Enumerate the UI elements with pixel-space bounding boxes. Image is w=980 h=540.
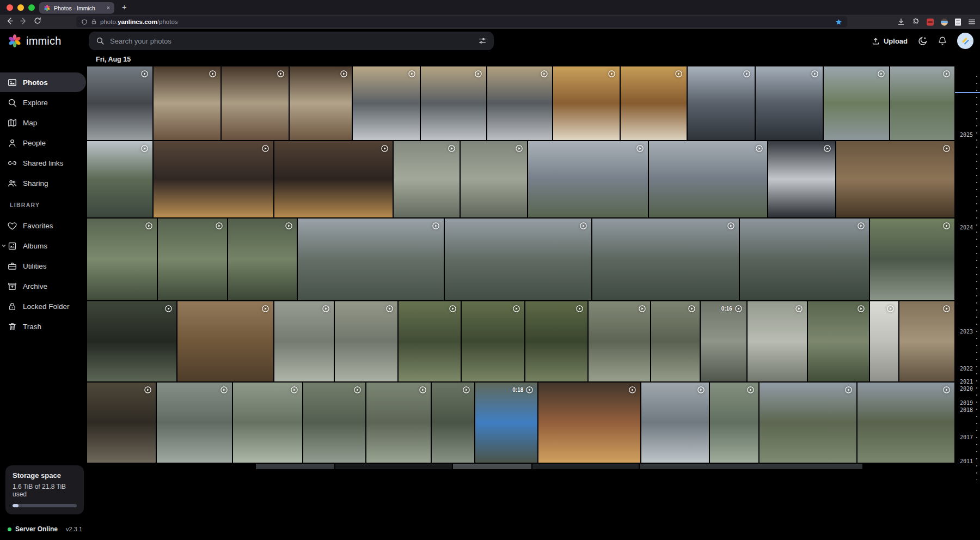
photo-tile[interactable] [487,66,552,140]
photo-tile[interactable] [87,464,255,469]
photo-tile[interactable] [621,66,687,140]
proxy-extension-icon[interactable] [941,19,948,26]
photo-tile[interactable] [651,301,700,381]
immich-logo[interactable]: immich [8,29,62,53]
photo-tile[interactable] [335,301,397,381]
photo-tile[interactable] [366,383,431,463]
sidebar-item-albums[interactable]: Albums [0,236,86,256]
tab-close-icon[interactable]: × [107,5,110,11]
photo-tile[interactable] [836,141,954,217]
photo-tile[interactable] [768,141,835,217]
photo-tile[interactable] [298,219,444,300]
ublock-origin-icon[interactable] [927,19,934,26]
photo-tile[interactable] [87,383,156,463]
photo-tile[interactable] [335,464,452,469]
photo-tile[interactable] [87,219,157,300]
sidebar-item-favorites[interactable]: Favorites [0,216,86,235]
photo-tile[interactable] [640,464,862,469]
sidebar-item-utilities[interactable]: Utilities [0,256,86,276]
date-group-header[interactable]: Fri, Aug 15 [96,56,980,64]
photo-tile[interactable] [432,383,474,463]
photo-tile[interactable] [824,66,889,140]
timeline-year-label[interactable]: 2017 [960,434,973,440]
sidebar-item-photos[interactable]: Photos [0,72,86,92]
photo-tile[interactable] [553,66,620,140]
reader-sidebar-icon[interactable] [955,19,961,26]
lock-icon[interactable] [91,19,97,25]
photo-tile[interactable] [740,219,869,300]
photo-tile[interactable] [592,219,739,300]
photo-tile[interactable] [756,66,823,140]
photo-tile[interactable] [890,66,954,140]
bookmark-star-icon[interactable] [835,19,842,26]
timeline-year-label[interactable]: 2022 [960,366,973,372]
photo-tile[interactable] [589,301,650,381]
photo-tile[interactable] [857,383,954,463]
search-input[interactable] [110,37,473,45]
photo-tile[interactable] [87,141,152,217]
photo-tile[interactable] [394,141,459,217]
search-filter-icon[interactable] [478,37,487,45]
sidebar-item-trash[interactable]: Trash [0,317,86,336]
photo-tile[interactable] [649,141,767,217]
timeline-year-label[interactable]: 2011 [960,458,973,464]
photo-tile[interactable] [759,383,856,463]
photo-tile[interactable] [157,383,232,463]
sidebar-item-map[interactable]: Map [0,113,86,132]
photo-tile[interactable] [274,301,334,381]
search-bar[interactable] [89,32,494,50]
photo-tile[interactable] [461,141,528,217]
photo-tile[interactable] [532,464,639,469]
zoom-window-button[interactable] [28,4,35,11]
reload-icon[interactable] [34,17,41,25]
sidebar-item-sharing[interactable]: Sharing [0,173,86,193]
forward-icon[interactable] [20,17,28,25]
photo-tile[interactable] [899,301,954,381]
scrubber-position-indicator[interactable] [955,92,980,93]
photo-tile[interactable] [462,301,524,381]
timeline-year-label[interactable]: 2021 [960,379,973,385]
timeline-year-label[interactable]: 2023 [960,329,973,335]
photo-tile[interactable] [525,301,588,381]
timeline-year-label[interactable]: 2019 [960,400,973,406]
timeline-year-label[interactable]: 2020 [960,386,973,392]
sidebar-item-explore[interactable]: Explore [0,93,86,112]
photo-tile[interactable] [274,141,393,217]
close-window-button[interactable] [7,4,13,11]
url-bar[interactable]: photo.yanlincs.com/photos [76,16,847,27]
photo-tile[interactable] [222,66,289,140]
photo-tile[interactable] [421,66,486,140]
photo-tile[interactable]: 0:16 [701,301,746,381]
timeline-year-label[interactable]: 2024 [960,225,973,230]
photo-tile[interactable] [808,301,869,381]
sidebar-item-shared-links[interactable]: Shared links [0,153,86,173]
photo-tile[interactable] [158,219,226,300]
photo-tile[interactable] [870,219,954,300]
photo-tile[interactable] [290,66,352,140]
theme-toggle-moon-icon[interactable] [917,36,928,46]
back-icon[interactable] [5,17,14,25]
minimize-window-button[interactable] [17,4,24,11]
photo-tile[interactable] [228,219,297,300]
timeline-year-label[interactable]: 2018 [960,407,973,413]
sidebar-item-people[interactable]: People [0,133,86,153]
photo-tile[interactable] [453,464,531,469]
photo-tile[interactable] [353,66,420,140]
photo-tile[interactable] [303,383,366,463]
photo-tile[interactable] [863,464,954,469]
photo-tile[interactable] [710,383,758,463]
photo-tile[interactable] [748,301,807,381]
sidebar-item-archive[interactable]: Archive [0,276,86,296]
photo-tile[interactable]: 0:18 [475,383,538,463]
browser-tab[interactable]: Photos - Immich × [39,2,114,14]
photo-tile[interactable] [870,301,899,381]
timeline-year-label[interactable]: 2025 [960,132,973,138]
chevron-down-icon[interactable] [1,243,7,248]
photo-tile[interactable] [256,464,334,469]
photo-tile[interactable] [177,301,274,381]
photo-tile[interactable] [154,66,220,140]
photo-tile[interactable] [538,383,640,463]
photo-tile[interactable] [87,301,176,381]
photo-tile[interactable] [528,141,648,217]
photo-tile[interactable] [445,219,591,300]
